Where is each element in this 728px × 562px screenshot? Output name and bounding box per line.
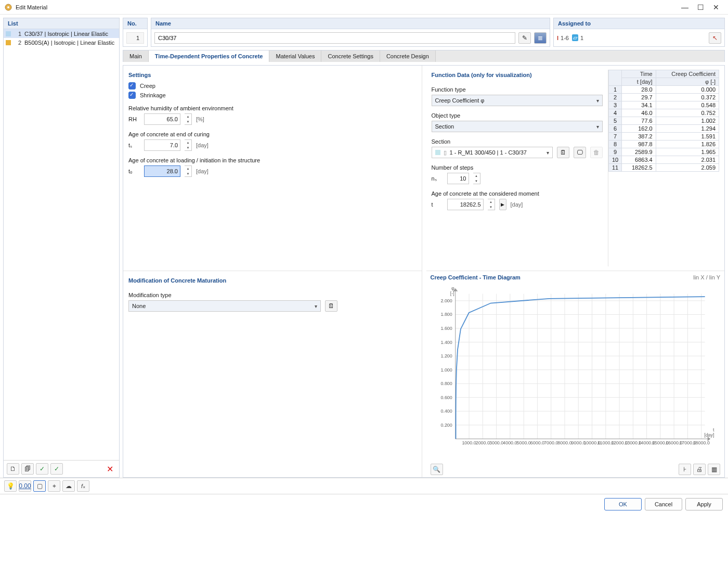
function-type-label: Function type bbox=[432, 86, 603, 93]
tab-main[interactable]: Main bbox=[123, 50, 149, 62]
table-row[interactable]: 446.00.752 bbox=[609, 109, 719, 117]
nsteps-label: Number of steps bbox=[432, 164, 603, 171]
name-label: Name bbox=[151, 18, 550, 29]
svg-text:1.000: 1.000 bbox=[440, 367, 452, 373]
creep-label: Creep bbox=[140, 83, 155, 89]
svg-text:0.600: 0.600 bbox=[440, 395, 452, 400]
chart-toolbar: 🔍 ⊦ 🖨 ▦ bbox=[431, 464, 721, 475]
svg-text:1.800: 1.800 bbox=[440, 312, 452, 317]
t0-stepper[interactable]: ▲▼ bbox=[185, 165, 192, 177]
maximize-button[interactable]: ☐ bbox=[693, 2, 708, 13]
creep-chart: φ [-] t [day] 0.2000.4000.6000.8001.0001… bbox=[431, 280, 721, 452]
chart-zoom-extents-button[interactable]: 🔍 bbox=[431, 464, 443, 475]
list-header: List bbox=[4, 18, 119, 29]
age-unit: [day] bbox=[511, 201, 523, 208]
svg-text:4000.0: 4000.0 bbox=[503, 440, 517, 445]
table-row[interactable]: 6162.01.294 bbox=[609, 125, 719, 133]
view-fx-button[interactable]: fₓ bbox=[77, 480, 89, 492]
tab-bar: MainTime-Dependent Properties of Concret… bbox=[123, 50, 725, 62]
assigned-beams: I 1-6 bbox=[557, 35, 569, 41]
shrinkage-checkbox-row[interactable]: Shrinkage bbox=[128, 92, 417, 99]
checkbox-checked-icon[interactable] bbox=[128, 82, 136, 90]
rh-stepper[interactable]: ▲▼ bbox=[185, 113, 192, 125]
section-lib-button[interactable]: 🖵 bbox=[574, 147, 586, 158]
chart-settings-button[interactable]: ▦ bbox=[708, 464, 720, 475]
tab-time-dependent-properties-of-concrete[interactable]: Time-Dependent Properties of Concrete bbox=[149, 50, 270, 62]
section-cal-button[interactable]: 🗓 bbox=[557, 147, 569, 158]
ts-stepper[interactable]: ▲▼ bbox=[185, 139, 192, 151]
modification-block: Modification of Concrete Maturation Modi… bbox=[123, 271, 422, 477]
ts-label: Age of concrete at end of curing bbox=[128, 131, 417, 137]
table-row[interactable]: 577.61.002 bbox=[609, 117, 719, 125]
nsteps-stepper[interactable]: ▲▼ bbox=[473, 173, 480, 184]
number-box: No. 1 bbox=[123, 18, 148, 47]
table-row[interactable]: 106863.42.031 bbox=[609, 156, 719, 164]
library-button[interactable]: ≣ bbox=[534, 32, 547, 44]
modification-type-combo[interactable]: None▾ bbox=[128, 300, 321, 312]
delete-item-button[interactable]: ✕ bbox=[103, 463, 116, 475]
chart-axis-button[interactable]: ⊦ bbox=[679, 464, 691, 475]
check-b-button[interactable]: ✓ bbox=[50, 463, 63, 475]
modification-header: Modification of Concrete Maturation bbox=[128, 275, 417, 286]
age-stepper[interactable]: ▲▼ bbox=[488, 199, 495, 210]
check-a-button[interactable]: ✓ bbox=[36, 463, 48, 475]
table-row[interactable]: 8987.81.826 bbox=[609, 140, 719, 148]
edit-color-button[interactable]: ✎ bbox=[518, 32, 531, 44]
view-units-button[interactable]: 0.00 bbox=[19, 480, 31, 492]
table-row[interactable]: 1118262.52.059 bbox=[609, 164, 719, 172]
material-list[interactable]: 1C30/37 | Isotropic | Linear Elastic2B50… bbox=[4, 29, 119, 460]
table-row[interactable]: 229.70.372 bbox=[609, 94, 719, 101]
table-row[interactable]: 92589.91.965 bbox=[609, 148, 719, 156]
svg-text:[day]: [day] bbox=[704, 432, 714, 438]
minimize-button[interactable]: — bbox=[677, 2, 693, 13]
new-item-button[interactable]: 🗋 bbox=[7, 463, 19, 475]
t0-input[interactable]: 28.0 bbox=[144, 165, 180, 177]
svg-text:[-]: [-] bbox=[450, 291, 454, 296]
table-row[interactable]: 128.00.000 bbox=[609, 86, 719, 94]
section-combo[interactable]: ▯1 - R_M1 300/450 | 1 - C30/37▾ bbox=[432, 147, 553, 158]
tab-concrete-settings[interactable]: Concrete Settings bbox=[321, 50, 380, 62]
name-input[interactable] bbox=[154, 32, 515, 44]
t0-unit: [day] bbox=[196, 168, 209, 174]
assigned-box: Assigned to I 1-6 ▱ 1 ↖ bbox=[553, 18, 725, 47]
tab-concrete-design[interactable]: Concrete Design bbox=[380, 50, 436, 62]
pick-assigned-button[interactable]: ↖ bbox=[709, 32, 721, 44]
apply-button[interactable]: Apply bbox=[685, 498, 723, 510]
function-type-combo[interactable]: Creep Coefficient φ▾ bbox=[432, 95, 603, 106]
table-row[interactable]: 7387.21.591 bbox=[609, 133, 719, 140]
section-clear-button[interactable]: 🗑 bbox=[590, 147, 603, 158]
view-render-button[interactable]: ▢ bbox=[33, 480, 46, 492]
table-row[interactable]: 334.10.548 bbox=[609, 101, 719, 109]
ts-input[interactable]: 7.0 bbox=[144, 139, 180, 151]
modification-edit-button[interactable]: 🗓 bbox=[325, 300, 337, 312]
svg-text:1.200: 1.200 bbox=[440, 353, 452, 359]
chart-title: Creep Coefficient - Time Diagram bbox=[431, 274, 521, 280]
view-sections-button[interactable]: ⌖ bbox=[48, 480, 60, 492]
list-item[interactable]: 2B500S(A) | Isotropic | Linear Elastic bbox=[4, 38, 119, 47]
svg-text:18000.0: 18000.0 bbox=[693, 440, 709, 445]
shrinkage-label: Shrinkage bbox=[140, 92, 166, 98]
svg-text:1000.0: 1000.0 bbox=[462, 440, 476, 445]
age-jump-button[interactable]: ▶ bbox=[499, 199, 506, 210]
assigned-label: Assigned to bbox=[554, 18, 724, 29]
chart-print-button[interactable]: 🖨 bbox=[693, 464, 706, 475]
age-input[interactable]: 18262.5 bbox=[447, 199, 484, 210]
checkbox-checked-icon[interactable] bbox=[128, 92, 136, 99]
copy-item-button[interactable]: 🗐 bbox=[21, 463, 34, 475]
object-type-combo[interactable]: Section▾ bbox=[432, 121, 603, 132]
nsteps-input[interactable]: 10 bbox=[447, 173, 469, 184]
creep-checkbox-row[interactable]: Creep bbox=[128, 82, 417, 90]
list-item[interactable]: 1C30/37 | Isotropic | Linear Elastic bbox=[4, 29, 119, 38]
view-bulb-button[interactable]: 💡 bbox=[4, 480, 17, 492]
cancel-button[interactable]: Cancel bbox=[645, 498, 682, 510]
tab-material-values[interactable]: Material Values bbox=[269, 50, 321, 62]
rh-input[interactable]: 65.0 bbox=[144, 113, 180, 125]
nsteps-symbol: nₛ bbox=[432, 175, 443, 182]
svg-text:3000.0: 3000.0 bbox=[489, 440, 503, 445]
ok-button[interactable]: OK bbox=[604, 498, 642, 510]
chart-block: Creep Coefficient - Time Diagram lin X /… bbox=[426, 271, 725, 477]
close-window-button[interactable]: ✕ bbox=[708, 2, 724, 13]
modification-type-label: Modification type bbox=[128, 292, 417, 298]
view-model-button[interactable]: ☁ bbox=[62, 480, 75, 492]
age-symbol: t bbox=[432, 201, 443, 208]
